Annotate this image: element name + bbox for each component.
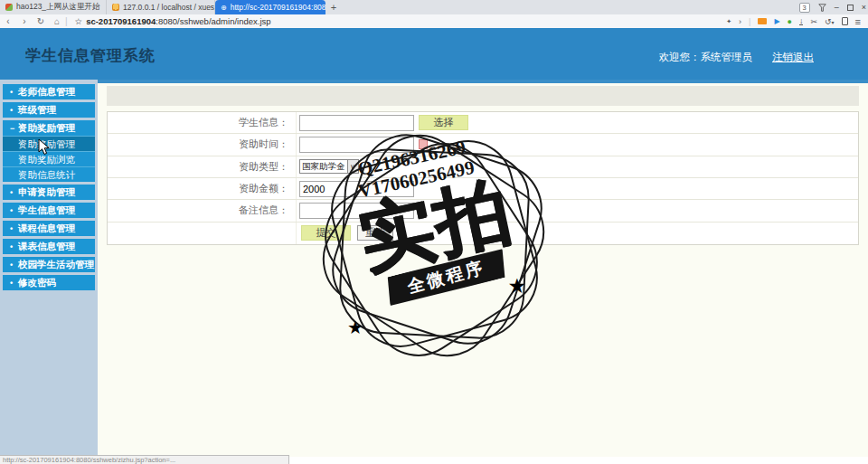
student-info-input[interactable]	[299, 115, 414, 131]
extensions-icon[interactable]: ✦	[726, 18, 731, 25]
reload-icon[interactable]: ↻	[33, 16, 49, 26]
download-icon[interactable]: ↓	[799, 17, 804, 25]
form-row-student: 学生信息： 选择	[108, 112, 858, 134]
sidebar-item-label: 校园学生活动管理	[18, 259, 94, 270]
field-label: 学生信息：	[108, 112, 297, 133]
dropdown-arrow-icon: ∨	[347, 160, 358, 173]
skin-icon[interactable]	[758, 18, 767, 24]
tab-localhost[interactable]: 127.0.0.1 / localhost / xuesheng / 1	[107, 0, 215, 14]
forward-icon[interactable]: ›	[16, 16, 33, 26]
form-row-note: 备注信息：	[108, 200, 858, 222]
form-row-buttons: 提交 重置	[108, 223, 858, 244]
form-row-time: 资助时间：	[108, 134, 858, 156]
sidebar-item-change-password[interactable]: •修改密码	[3, 275, 95, 290]
tab-bar: hao123_上网从这里开始 127.0.0.1 / localhost / x…	[0, 0, 868, 14]
collapse-icon: −	[10, 121, 18, 137]
url-path: :8080/sshweb/admin/index.jsp	[156, 16, 270, 26]
status-bar-url: http://sc-201709161904:8080/sshweb/zizhu…	[0, 455, 289, 464]
submit-button[interactable]: 提交	[301, 225, 351, 241]
funding-form: 学生信息： 选择 资助时间： 资助类型： 国家助学金 ∨	[107, 111, 859, 245]
bullet-icon: •	[10, 204, 18, 219]
sidebar-item-course-info[interactable]: •课程信息管理	[3, 221, 95, 236]
bullet-icon: •	[10, 222, 18, 237]
wechat-icon[interactable]: ●	[788, 17, 792, 26]
sidebar-item-label: 课表信息管理	[18, 241, 75, 251]
sidebar-item-timetable-info[interactable]: •课表信息管理	[3, 239, 95, 254]
bullet-icon: •	[10, 85, 18, 100]
expand-icon[interactable]: ›	[739, 17, 741, 26]
globe-icon: ⊕	[221, 4, 227, 12]
sidebar-item-label: 老师信息管理	[18, 86, 75, 97]
field-label: 资助时间：	[108, 134, 297, 155]
bullet-icon: •	[10, 240, 18, 255]
url-host: sc-201709161904	[86, 16, 156, 26]
form-row-type: 资助类型： 国家助学金 ∨	[108, 156, 858, 178]
choose-button[interactable]: 选择	[419, 115, 468, 130]
sidebar-item-label: 课程信息管理	[18, 223, 75, 233]
mouse-cursor-icon	[38, 138, 50, 156]
sidebar-item-label: 修改密码	[18, 277, 56, 288]
funding-amount-input[interactable]	[299, 181, 414, 197]
page-title: 学生信息管理系统	[25, 45, 156, 66]
sidebar-item-label: 学生信息管理	[18, 204, 75, 215]
welcome-text: 欢迎您：系统管理员	[659, 51, 753, 64]
menu-icon[interactable]: ≡	[855, 16, 861, 27]
sidebar-item-label: 班级管理	[18, 104, 56, 115]
sidebar-subitem-funding-stats[interactable]: 资助信息统计	[3, 166, 95, 182]
sidebar-item-label: 申请资助管理	[18, 186, 75, 197]
logout-link[interactable]: 注销退出	[772, 51, 814, 64]
clipboard-icon[interactable]	[842, 17, 848, 25]
divider: |	[65, 16, 68, 26]
sidebar-item-funding-mgmt[interactable]: −资助奖励管理	[3, 120, 95, 136]
reset-button[interactable]: 重置	[357, 225, 393, 241]
app-header: 学生信息管理系统 欢迎您：系统管理员 注销退出	[0, 28, 868, 80]
toolbar-icons: ✦ › | ▶ ● ↓ ✂ ↺▾ ≡	[726, 16, 868, 27]
sidebar-item-apply-funding[interactable]: •申请资助管理	[3, 185, 95, 200]
tomcat-favicon	[112, 4, 119, 11]
sidebar-item-campus-activity[interactable]: •校园学生活动管理	[3, 257, 95, 272]
sidebar-item-student-info[interactable]: •学生信息管理	[3, 203, 95, 218]
bullet-icon: •	[10, 103, 18, 118]
window-controls: 3 – ×	[799, 0, 866, 14]
sidebar: •老师信息管理 •班级管理 −资助奖励管理 资助奖励管理 资助奖励浏览 资助信息…	[0, 80, 98, 457]
main-content: 学生信息： 选择 资助时间： 资助类型： 国家助学金 ∨	[98, 80, 868, 457]
address-bar: ‹ › ↻ ⌂ | ☆ sc-201709161904:8080/sshweb/…	[0, 14, 868, 28]
tab-label: http://sc-201709161904:8080/ssh	[231, 3, 326, 12]
field-label: 备注信息：	[108, 200, 297, 221]
undo-icon[interactable]: ↺▾	[825, 17, 835, 26]
divider: |	[749, 17, 750, 26]
bookmark-star-icon[interactable]: ☆	[75, 16, 83, 26]
url-field[interactable]: ☆ sc-201709161904:8080/sshweb/admin/inde…	[75, 16, 271, 26]
tab-label: hao123_上网从这里开始	[16, 2, 100, 13]
bullet-icon: •	[10, 276, 18, 291]
tab-label: 127.0.0.1 / localhost / xuesheng / 1	[123, 3, 215, 12]
sidebar-item-teacher-info[interactable]: •老师信息管理	[3, 84, 95, 99]
browser-window: hao123_上网从这里开始 127.0.0.1 / localhost / x…	[0, 0, 868, 464]
filter-icon[interactable]	[818, 4, 826, 12]
field-label: 资助类型：	[108, 156, 297, 177]
back-icon[interactable]: ‹	[0, 16, 16, 26]
scissors-icon[interactable]: ✂	[810, 17, 817, 26]
selected-option: 国家助学金	[300, 161, 347, 173]
bullet-icon: •	[10, 185, 18, 201]
funding-time-input[interactable]	[299, 137, 414, 153]
tab-count-badge[interactable]: 3	[799, 3, 810, 13]
video-icon[interactable]: ▶	[774, 17, 779, 25]
bullet-icon: •	[10, 258, 18, 273]
tab-active-sshweb[interactable]: ⊕ http://sc-201709161904:8080/ssh ×	[215, 0, 326, 14]
home-icon[interactable]: ⌂	[49, 16, 65, 26]
maximize-button[interactable]	[847, 5, 854, 11]
funding-type-select[interactable]: 国家助学金 ∨	[299, 159, 359, 174]
tab-hao123[interactable]: hao123_上网从这里开始	[0, 0, 107, 14]
close-window-button[interactable]: ×	[862, 3, 866, 12]
note-input[interactable]	[299, 203, 414, 219]
calendar-icon[interactable]	[419, 139, 428, 149]
minimize-button[interactable]: –	[835, 3, 839, 12]
sidebar-item-label: 资助奖励管理	[18, 122, 75, 133]
field-label: 资助金额：	[108, 178, 297, 199]
content-header-bar	[107, 86, 859, 106]
form-row-amount: 资助金额：	[108, 178, 858, 200]
hao123-favicon	[5, 4, 13, 11]
sidebar-item-class-mgmt[interactable]: •班级管理	[3, 102, 95, 118]
new-tab-button[interactable]: +	[326, 0, 342, 14]
